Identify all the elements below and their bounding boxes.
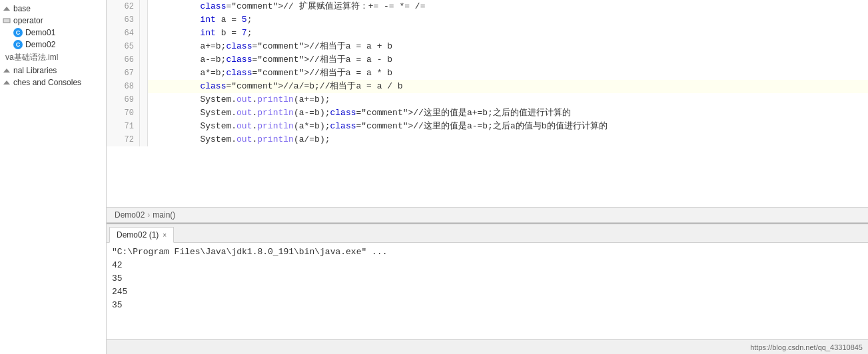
- sidebar-item-demo02-label: Demo02: [25, 40, 55, 49]
- folder-icon: [3, 5, 11, 13]
- code-text: a-=b;class="comment">//相当于a = a - b: [148, 53, 868, 67]
- sidebar-item-base-label: base: [13, 4, 31, 13]
- line-number: 69: [107, 93, 140, 106]
- code-text: int a = 5;: [148, 13, 868, 27]
- sidebar-item-libraries-label: nal Libraries: [13, 66, 57, 75]
- line-number: 65: [107, 40, 140, 53]
- code-text: int b = 7;: [148, 27, 868, 40]
- code-lines: 62 class="comment">// 扩展赋值运算符：+= -= *= /…: [107, 0, 868, 207]
- sidebar-item-demo02[interactable]: C Demo02: [0, 39, 106, 51]
- breakpoint-col: [140, 67, 148, 80]
- sidebar: base operator C Demo01 C Demo02 va基础语法.i…: [0, 0, 107, 354]
- code-text: System.out.println(a+=b);: [148, 93, 868, 106]
- bottom-panel: Demo02 (1) × "C:\Program Files\Java\jdk1…: [107, 223, 868, 339]
- svg-marker-4: [3, 81, 10, 85]
- breakpoint-col: [140, 106, 148, 120]
- sidebar-item-consoles-label: ches and Consoles: [13, 78, 81, 87]
- list-item: 42: [112, 259, 863, 272]
- breakpoint-col: [140, 133, 148, 146]
- table-row: 68 class="comment">//a/=b;//相当于a = a / b: [107, 80, 868, 93]
- breakpoint-col: [140, 80, 148, 93]
- table-row: 72 System.out.println(a/=b);: [107, 133, 868, 146]
- sidebar-item-demo01-label: Demo01: [25, 28, 55, 37]
- bottom-tab-demo02[interactable]: Demo02 (1) ×: [109, 227, 174, 243]
- main-area: 62 class="comment">// 扩展赋值运算符：+= -= *= /…: [107, 0, 868, 354]
- line-number: 67: [107, 67, 140, 80]
- code-text: a+=b;class="comment">//相当于a = a + b: [148, 40, 868, 53]
- breakpoint-col: [140, 27, 148, 40]
- code-text: System.out.println(a/=b);: [148, 133, 868, 146]
- line-number: 64: [107, 27, 140, 40]
- list-item: 35: [112, 299, 863, 312]
- line-number: 62: [107, 0, 140, 13]
- breadcrumb-bar: Demo02 › main(): [107, 207, 868, 223]
- line-number: 70: [107, 106, 140, 120]
- table-row: 64 int b = 7;: [107, 27, 868, 40]
- code-text: System.out.println(a-=b);class="comment"…: [148, 106, 868, 120]
- bottom-output: "C:\Program Files\Java\jdk1.8.0_191\bin\…: [107, 243, 868, 339]
- svg-marker-3: [3, 69, 10, 73]
- breadcrumb-file: Demo02: [115, 210, 145, 220]
- sidebar-item-iml-label: va基础语法.iml: [5, 53, 58, 62]
- code-text: class="comment">// 扩展赋值运算符：+= -= *= /=: [148, 0, 868, 13]
- line-number: 63: [107, 13, 140, 27]
- table-row: 66 a-=b;class="comment">//相当于a = a - b: [107, 53, 868, 67]
- breadcrumb-separator: ›: [147, 210, 150, 220]
- consoles-icon: [3, 79, 11, 87]
- bottom-tab-close[interactable]: ×: [163, 232, 167, 239]
- table-row: 70 System.out.println(a-=b);class="comme…: [107, 106, 868, 120]
- code-text: System.out.println(a*=b);class="comment"…: [148, 120, 868, 133]
- class-icon-demo02: C: [13, 40, 23, 49]
- status-url: https://blog.csdn.net/qq_43310845: [750, 343, 863, 351]
- bottom-tab-label: Demo02 (1): [117, 230, 159, 240]
- table-row: 67 a*=b;class="comment">//相当于a = a * b: [107, 67, 868, 80]
- line-number: 71: [107, 120, 140, 133]
- svg-marker-1: [3, 19, 10, 23]
- sidebar-item-base[interactable]: base: [0, 3, 106, 15]
- libraries-icon: [3, 67, 11, 75]
- list-item: "C:\Program Files\Java\jdk1.8.0_191\bin\…: [112, 246, 863, 259]
- table-row: 71 System.out.println(a*=b);class="comme…: [107, 120, 868, 133]
- breakpoint-col: [140, 53, 148, 67]
- sidebar-item-iml[interactable]: va基础语法.iml: [0, 51, 106, 65]
- code-text: class="comment">//a/=b;//相当于a = a / b: [148, 80, 868, 93]
- bottom-tabs: Demo02 (1) ×: [107, 224, 868, 243]
- code-editor: 62 class="comment">// 扩展赋值运算符：+= -= *= /…: [107, 0, 868, 207]
- class-icon-demo01: C: [13, 28, 23, 37]
- sidebar-item-consoles[interactable]: ches and Consoles: [0, 77, 106, 88]
- sidebar-item-operator[interactable]: operator: [0, 15, 106, 27]
- sidebar-item-libraries[interactable]: nal Libraries: [0, 65, 106, 77]
- breakpoint-col: [140, 40, 148, 53]
- sidebar-item-operator-label: operator: [13, 16, 43, 25]
- sidebar-item-demo01[interactable]: C Demo01: [0, 27, 106, 39]
- status-bar: https://blog.csdn.net/qq_43310845: [107, 339, 868, 354]
- breakpoint-col: [140, 13, 148, 27]
- table-row: 62 class="comment">// 扩展赋值运算符：+= -= *= /…: [107, 0, 868, 13]
- list-item: 245: [112, 285, 863, 299]
- folder-open-icon: [3, 17, 11, 25]
- code-text: a*=b;class="comment">//相当于a = a * b: [148, 67, 868, 80]
- breadcrumb-method: main(): [153, 210, 175, 220]
- line-number: 66: [107, 53, 140, 67]
- breakpoint-col: [140, 0, 148, 13]
- table-row: 69 System.out.println(a+=b);: [107, 93, 868, 106]
- line-number: 72: [107, 133, 140, 146]
- table-row: 65 a+=b;class="comment">//相当于a = a + b: [107, 40, 868, 53]
- breakpoint-col: [140, 93, 148, 106]
- list-item: 35: [112, 272, 863, 285]
- svg-marker-0: [3, 7, 10, 11]
- line-number: 68: [107, 80, 140, 93]
- table-row: 63 int a = 5;: [107, 13, 868, 27]
- breakpoint-col: [140, 120, 148, 133]
